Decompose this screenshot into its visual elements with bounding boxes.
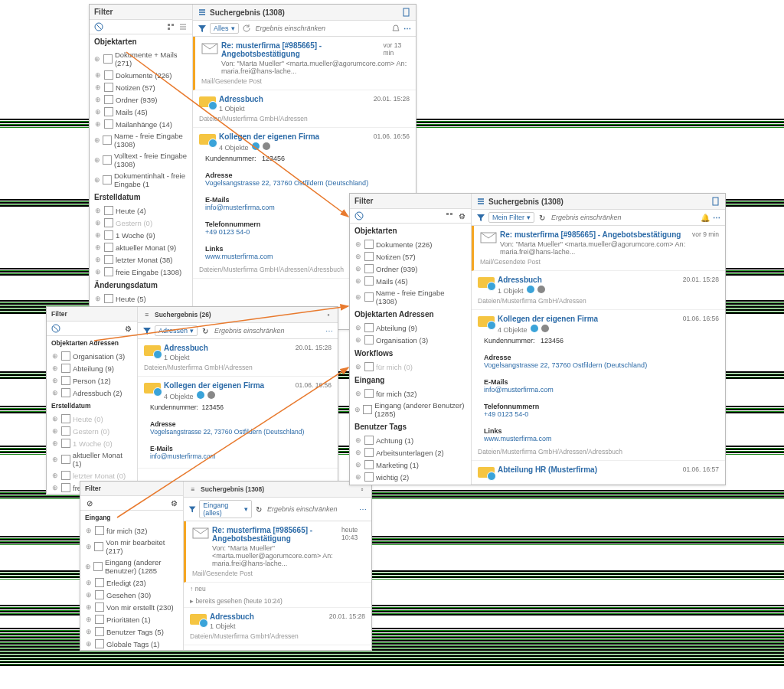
expand-icon[interactable]: ⊕ bbox=[94, 207, 102, 214]
expand-icon[interactable]: ⊕ bbox=[85, 563, 91, 570]
filter-row[interactable]: ⊕wichtig (2) bbox=[350, 471, 471, 483]
expand-icon[interactable]: ⊕ bbox=[94, 243, 102, 251]
result-folder[interactable]: Adressbuch20.01. 15:281 Objekt Dateien/M… bbox=[138, 339, 338, 377]
filter-dropdown[interactable]: Adressen▾ bbox=[155, 325, 198, 336]
filter-row[interactable]: ⊕Marketing (1) bbox=[350, 459, 471, 471]
filter-row[interactable]: ⊕Globale Tags (1) bbox=[80, 638, 183, 650]
result-folder-detail[interactable]: Kollegen der eigenen Firma01.06. 16:564 … bbox=[138, 377, 338, 469]
checkbox[interactable] bbox=[61, 426, 70, 436]
filter-row[interactable]: ⊕Eingang (anderer Benutzer) (1285 bbox=[80, 557, 183, 576]
checkbox[interactable] bbox=[364, 292, 374, 302]
expand-icon[interactable]: ⊕ bbox=[85, 579, 93, 586]
expand-icon[interactable]: ⊕ bbox=[51, 377, 59, 384]
checkbox[interactable] bbox=[95, 627, 104, 636]
more-icon[interactable]: ⋯ bbox=[713, 214, 720, 222]
filter-row[interactable]: ⊕Dokumente (226) bbox=[350, 238, 471, 250]
filter-row[interactable]: ⊕aktueller Monat (9) bbox=[90, 241, 192, 253]
checkbox[interactable] bbox=[104, 83, 113, 92]
filter-row[interactable]: ⊕Heute (4) bbox=[90, 204, 192, 217]
checkbox[interactable] bbox=[364, 362, 374, 371]
expand-icon[interactable]: ⊕ bbox=[85, 628, 93, 635]
more-icon[interactable]: ⋯ bbox=[325, 327, 333, 335]
expand-icon[interactable]: ⊕ bbox=[51, 472, 59, 479]
result-folder[interactable]: Adressbuch20.01. 15:281 Objekt Dateien/M… bbox=[472, 271, 725, 310]
filter-row[interactable]: ⊕für mich (32) bbox=[350, 387, 471, 400]
expand-icon[interactable]: ⊕ bbox=[354, 240, 362, 248]
filter-row[interactable]: ⊕Person (12) bbox=[47, 374, 137, 387]
filter-dropdown[interactable]: Alles▾ bbox=[210, 23, 239, 34]
filter-row[interactable]: ⊕Organisation (3) bbox=[350, 334, 471, 346]
expand-icon[interactable]: ⊕ bbox=[354, 473, 362, 481]
expand-icon[interactable]: ⊕ bbox=[94, 256, 102, 263]
search-input[interactable] bbox=[550, 212, 697, 223]
checkbox[interactable] bbox=[95, 615, 104, 624]
settings-icon[interactable] bbox=[178, 22, 188, 31]
expand-icon[interactable]: ⊕ bbox=[94, 108, 102, 116]
expand-icon[interactable]: ⊕ bbox=[94, 96, 102, 103]
expand-icon[interactable]: ⊕ bbox=[94, 268, 102, 276]
checkbox[interactable] bbox=[364, 448, 374, 457]
checkbox[interactable] bbox=[103, 155, 112, 165]
expand-icon[interactable]: ⊕ bbox=[85, 616, 93, 623]
clear-icon[interactable] bbox=[51, 324, 60, 333]
filter-row[interactable]: ⊕Eingang (anderer Benutzer) (1285) bbox=[350, 400, 471, 420]
filter-row[interactable]: ⊕Prioritäten (1) bbox=[80, 613, 183, 625]
checkbox[interactable] bbox=[104, 119, 113, 129]
filter-row[interactable]: ⊕Arbeitsunterlagen (2) bbox=[350, 446, 471, 459]
checkbox[interactable] bbox=[364, 436, 374, 445]
result-folder[interactable]: Adressbuch20.01. 15:281 Objekt Dateien/M… bbox=[184, 608, 371, 645]
bell-icon[interactable] bbox=[391, 24, 400, 33]
filter-row[interactable]: ⊕Heute (5) bbox=[90, 292, 192, 305]
filter-row[interactable]: ⊕Ordner (939) bbox=[350, 263, 471, 275]
expand-icon[interactable]: ⊕ bbox=[94, 176, 100, 184]
expand-icon[interactable]: ⊕ bbox=[354, 390, 362, 397]
checkbox[interactable] bbox=[104, 230, 113, 240]
checkbox[interactable] bbox=[364, 240, 374, 249]
filter-row[interactable]: ⊕Gesehen (30) bbox=[80, 589, 183, 601]
filter-row[interactable]: ⊕Abteilung (9) bbox=[350, 322, 471, 334]
filter-row[interactable]: ⊕Organisation (3) bbox=[47, 350, 137, 362]
checkbox[interactable] bbox=[103, 136, 112, 145]
expand-icon[interactable]: ⊕ bbox=[51, 439, 59, 447]
result-folder[interactable]: Adressbuch20.01. 15:28 1 Objekt Dateien/… bbox=[193, 90, 416, 128]
expand-icon[interactable]: ⊕ bbox=[354, 336, 362, 344]
checkbox[interactable] bbox=[95, 639, 104, 648]
new-doc-icon[interactable] bbox=[711, 197, 720, 206]
result-mail[interactable]: Re: musterfirma [#985665] - Angebotsbest… bbox=[472, 226, 725, 271]
filter-row[interactable]: ⊕Gestern (0) bbox=[90, 217, 192, 229]
filter-row[interactable]: ⊕Ordner (939) bbox=[90, 93, 192, 106]
filter-row[interactable]: ⊕Notizen (57) bbox=[90, 81, 192, 93]
expand-icon[interactable]: ⊕ bbox=[51, 389, 59, 397]
checkbox[interactable] bbox=[95, 526, 104, 535]
checkbox[interactable] bbox=[364, 264, 374, 273]
checkbox[interactable] bbox=[61, 351, 70, 361]
filter-row[interactable]: ⊕Adressbuch (2) bbox=[47, 387, 137, 399]
expand-icon[interactable]: ⊕ bbox=[354, 449, 362, 456]
filter-funnel-icon[interactable] bbox=[188, 505, 196, 514]
checkbox[interactable] bbox=[61, 376, 70, 385]
filter-row[interactable]: ⊕aktueller Monat (1) bbox=[47, 449, 137, 469]
checkbox[interactable] bbox=[364, 252, 374, 261]
expand-icon[interactable]: ⊕ bbox=[354, 277, 362, 285]
filter-row[interactable]: ⊕Mails (45) bbox=[350, 275, 471, 287]
clear-icon[interactable] bbox=[354, 211, 364, 220]
checkbox[interactable] bbox=[103, 175, 112, 184]
expand-icon[interactable]: ⊕ bbox=[94, 231, 102, 239]
filter-dropdown[interactable]: Mein Filter▾ bbox=[488, 212, 534, 223]
expand-icon[interactable]: ⊕ bbox=[354, 265, 362, 273]
checkbox[interactable] bbox=[104, 267, 113, 276]
refresh-icon[interactable] bbox=[242, 24, 251, 33]
expand-icon[interactable]: ⊕ bbox=[51, 364, 59, 372]
checkbox[interactable] bbox=[363, 405, 372, 414]
result-folder[interactable]: Abteilung HR (Musterfirma)01.06. 16:57 bbox=[472, 461, 725, 485]
expand-icon[interactable]: ⊕ bbox=[51, 456, 59, 463]
bell-icon[interactable]: 🔔 bbox=[701, 213, 710, 222]
expand-icon[interactable]: ⊕ bbox=[354, 324, 362, 331]
refresh-icon[interactable]: ↻ bbox=[255, 505, 263, 514]
filter-row[interactable]: ⊕Mailanhänge (14) bbox=[90, 118, 192, 130]
expand-icon[interactable]: ⊕ bbox=[94, 71, 102, 79]
checkbox[interactable] bbox=[364, 472, 374, 482]
checkbox[interactable] bbox=[104, 243, 113, 252]
checkbox[interactable] bbox=[61, 388, 70, 397]
filter-row[interactable]: ⊕Dokumente + Mails (271) bbox=[90, 49, 192, 69]
